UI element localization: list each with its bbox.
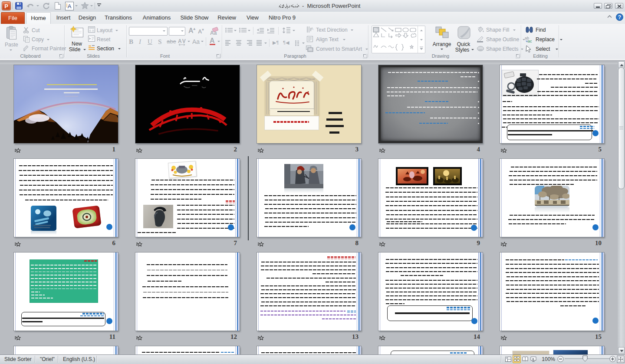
svg-text:?: ? bbox=[618, 14, 621, 20]
svg-text:P: P bbox=[4, 3, 8, 10]
svg-text:ac: ac bbox=[528, 39, 532, 43]
svg-text:A: A bbox=[68, 3, 72, 10]
svg-text:Aa: Aa bbox=[210, 30, 217, 36]
svg-text:A: A bbox=[311, 26, 313, 31]
